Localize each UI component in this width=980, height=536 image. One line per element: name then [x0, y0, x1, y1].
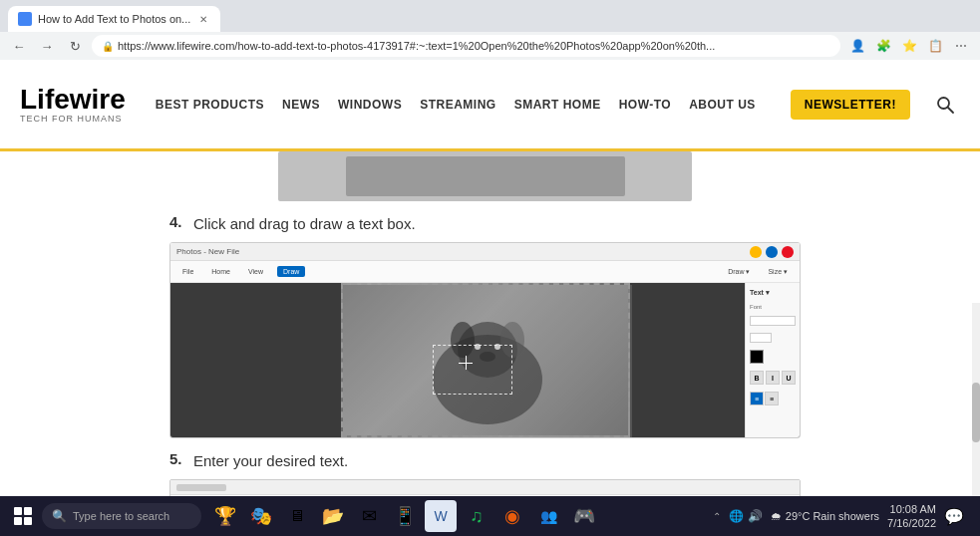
tray-network-icon[interactable]: 🌐: [729, 509, 744, 523]
taskbar-search[interactable]: 🔍 Type here to search: [42, 503, 201, 529]
back-button[interactable]: ←: [8, 35, 30, 57]
tab-title: How to Add Text to Photos on...: [38, 13, 190, 25]
toolbar-home[interactable]: Home: [207, 266, 234, 277]
nav-best-products[interactable]: BEST PRODUCTS: [156, 98, 264, 112]
step5-titlebar-text: [176, 484, 226, 491]
minimize-btn[interactable]: [750, 246, 762, 258]
taskbar: 🔍 Type here to search 🏆 🎭 🖥 📂 ✉ 📱 W ♫ ◉ …: [0, 496, 980, 536]
address-bar[interactable]: 🔒 https://www.lifewire.com/how-to-add-te…: [92, 35, 840, 57]
tray-weather[interactable]: 🌧 29°C Rain showers: [771, 510, 879, 522]
toolbar-actions: 👤 🧩 ⭐ 📋 ⋯: [846, 35, 972, 57]
logo-area[interactable]: Lifewire TECH FOR HUMANS: [20, 86, 126, 124]
taskbar-app-word[interactable]: W: [425, 500, 457, 532]
panel-size-input[interactable]: [750, 333, 772, 343]
article-content: 4. Click and drag to draw a text box. Ph…: [0, 151, 980, 533]
photos-app-sim: Photos - New File File Home View Draw Dr…: [170, 243, 800, 437]
taskbar-app-game[interactable]: 🎮: [568, 500, 600, 532]
browser-chrome: How to Add Text to Photos on... ✕ ← → ↻ …: [0, 0, 980, 60]
search-button[interactable]: [930, 90, 960, 120]
underline-button[interactable]: U: [782, 371, 796, 385]
bold-button[interactable]: B: [750, 371, 764, 385]
address-text: https://www.lifewire.com/how-to-add-text…: [118, 40, 830, 52]
forward-button[interactable]: →: [36, 35, 58, 57]
taskbar-app-masks[interactable]: 🎭: [245, 500, 277, 532]
crosshair-cursor: [459, 356, 473, 370]
italic-button[interactable]: I: [766, 371, 780, 385]
step-4-row: 4. Click and drag to draw a text box.: [169, 213, 801, 234]
toolbar-file[interactable]: File: [178, 266, 197, 277]
logo-text: Lifewire: [20, 86, 126, 114]
favorites-button[interactable]: ⭐: [898, 35, 920, 57]
panel-font-label: Font: [750, 304, 762, 310]
browser-toolbar: ← → ↻ 🔒 https://www.lifewire.com/how-to-…: [0, 32, 980, 60]
nav-windows[interactable]: WINDOWS: [338, 98, 402, 112]
windows-logo-icon: [14, 507, 32, 525]
tray-icons: 🌐 🔊: [729, 509, 763, 523]
taskbar-apps: 🏆 🎭 🖥 📂 ✉ 📱 W ♫ ◉ 👥 🎮: [209, 500, 600, 532]
align-center-btn[interactable]: ≡: [765, 392, 779, 405]
panel-font-input[interactable]: [750, 316, 796, 326]
panel-color-swatch[interactable]: [750, 350, 764, 364]
panel-size-row: [750, 333, 796, 343]
profile-button[interactable]: 👤: [846, 35, 868, 57]
nav-streaming[interactable]: STREAMING: [420, 98, 496, 112]
newsletter-button[interactable]: NEWSLETTER!: [791, 90, 910, 120]
nav-how-to[interactable]: HOW-TO: [619, 98, 672, 112]
tray-overflow-button[interactable]: ⌃: [713, 511, 721, 522]
tray-volume-icon[interactable]: 🔊: [748, 509, 763, 523]
close-btn[interactable]: [782, 246, 794, 258]
right-panel: Text ▾ Font B I U: [745, 283, 800, 437]
taskbar-app-monitor[interactable]: 🖥: [281, 500, 313, 532]
step-4-number: 4.: [169, 213, 189, 230]
svg-point-0: [938, 98, 949, 109]
website-content: Lifewire TECH FOR HUMANS BEST PRODUCTS N…: [0, 60, 980, 533]
taskbar-app-teams[interactable]: 👥: [532, 500, 564, 532]
app-canvas: Text ▾ Font B I U: [170, 283, 800, 437]
weather-text: 29°C Rain showers: [786, 510, 879, 522]
start-button[interactable]: [8, 501, 38, 531]
align-left-btn[interactable]: ≡: [750, 392, 764, 405]
active-tab[interactable]: How to Add Text to Photos on... ✕: [8, 6, 220, 32]
taskbar-search-placeholder: Type here to search: [73, 510, 169, 522]
panel-title: Text ▾: [750, 289, 796, 297]
svg-line-1: [948, 108, 953, 113]
lock-icon: 🔒: [102, 41, 114, 52]
clock-date: 7/16/2022: [887, 516, 936, 530]
toolbar-size-label: Size ▾: [764, 266, 792, 278]
step-5-row: 5. Enter your desired text.: [169, 450, 801, 471]
nav-about-us[interactable]: ABOUT US: [689, 98, 756, 112]
taskbar-app-browser[interactable]: ◉: [496, 500, 528, 532]
app-toolbar: File Home View Draw Draw ▾ Size ▾: [170, 261, 800, 283]
step-5-text: Enter your desired text.: [193, 450, 348, 471]
toolbar-view[interactable]: View: [244, 266, 267, 277]
notification-center-button[interactable]: 💬: [944, 507, 964, 526]
tab-favicon: [18, 12, 32, 26]
more-button[interactable]: ⋯: [950, 35, 972, 57]
taskbar-app-trophy[interactable]: 🏆: [209, 500, 241, 532]
app-titlebar: Photos - New File: [170, 243, 800, 261]
panel-align-buttons: ≡ ≡: [750, 392, 796, 405]
system-tray: ⌃ 🌐 🔊 🌧 29°C Rain showers 10:08 AM 7/16/…: [713, 502, 972, 531]
taskbar-app-music[interactable]: ♫: [461, 500, 492, 532]
panel-style-buttons: B I U: [750, 371, 796, 385]
toolbar-draw[interactable]: Draw: [277, 266, 305, 277]
site-header: Lifewire TECH FOR HUMANS BEST PRODUCTS N…: [0, 60, 980, 151]
nav-news[interactable]: NEWS: [282, 98, 320, 112]
taskbar-app-mail[interactable]: ✉: [353, 500, 385, 532]
step-4-text: Click and drag to draw a text box.: [193, 213, 416, 234]
extensions-button[interactable]: 🧩: [872, 35, 894, 57]
collections-button[interactable]: 📋: [924, 35, 946, 57]
nav-smart-home[interactable]: SMART HOME: [514, 98, 601, 112]
maximize-btn[interactable]: [766, 246, 778, 258]
weather-icon: 🌧: [771, 510, 782, 522]
taskbar-app-phone[interactable]: 📱: [389, 500, 421, 532]
refresh-button[interactable]: ↻: [64, 35, 86, 57]
canvas-image: [341, 283, 630, 437]
app-title-text: Photos - New File: [176, 247, 746, 256]
toolbar-draw-label: Draw ▾: [724, 266, 754, 278]
tray-clock[interactable]: 10:08 AM 7/16/2022: [887, 502, 936, 531]
scrollbar-thumb[interactable]: [972, 383, 980, 442]
step-4-screenshot: Photos - New File File Home View Draw Dr…: [169, 242, 801, 438]
tab-close-button[interactable]: ✕: [196, 12, 210, 26]
taskbar-app-folder[interactable]: 📂: [317, 500, 349, 532]
